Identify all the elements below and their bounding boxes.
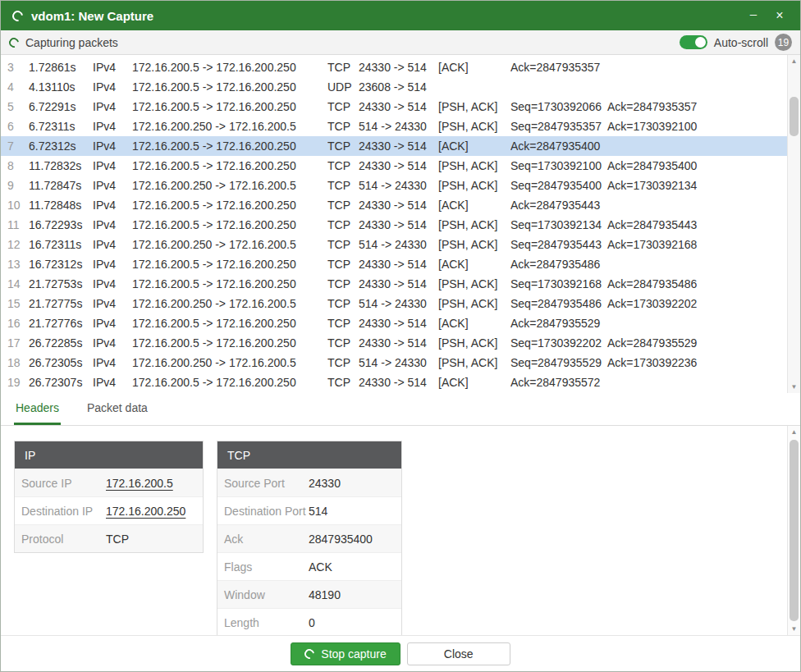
packet-cell-ports: 514 -> 24330 (359, 120, 438, 133)
headers-panel: IP Source IP172.16.200.5Destination IP17… (1, 426, 787, 635)
detail-scroll-thumb[interactable] (790, 440, 799, 621)
packet-cell-proto: TCP (327, 100, 359, 113)
packet-cell-flags: [PSH, ACK] (438, 297, 510, 310)
detail-row-label: Source Port (224, 477, 309, 490)
packet-cell-route: 172.16.200.5 -> 172.16.200.250 (132, 317, 327, 330)
packet-cell-info: Ack=2847935486 (510, 258, 787, 271)
packet-cell-num: 4 (1, 80, 29, 94)
packet-cell-proto: TCP (327, 258, 359, 271)
scroll-thumb[interactable] (790, 97, 799, 136)
packet-cell-ports: 24330 -> 514 (359, 199, 438, 212)
packet-cell-proto: TCP (327, 297, 359, 310)
detail-scroll-up-icon[interactable]: ▲ (788, 426, 800, 438)
packet-row[interactable]: 66.72311sIPv4172.16.200.250 -> 172.16.20… (1, 117, 787, 136)
detail-row: Source Port24330 (217, 469, 401, 496)
minimize-icon[interactable]: – (744, 7, 762, 21)
packet-cell-time: 6.72311s (29, 120, 93, 133)
detail-row-label: Source IP (21, 477, 106, 490)
detail-row-value: 514 (309, 505, 327, 518)
autoscroll-toggle[interactable] (680, 35, 707, 49)
packet-cell-family: IPv4 (93, 179, 132, 192)
detail-scroll-down-icon[interactable]: ▼ (788, 623, 800, 635)
packet-cell-route: 172.16.200.250 -> 172.16.200.5 (132, 238, 327, 251)
packet-cell-ports: 514 -> 24330 (359, 297, 438, 310)
packet-cell-family: IPv4 (93, 356, 132, 369)
packet-cell-family: IPv4 (93, 336, 132, 350)
detail-row-label: Window (224, 588, 309, 601)
packet-list-scrollbar[interactable]: ▲ ▼ (787, 55, 800, 393)
packet-cell-info: Ack=2847935443 (510, 199, 787, 212)
close-icon[interactable]: × (771, 8, 789, 23)
close-button[interactable]: Close (407, 642, 510, 665)
packet-row[interactable]: 76.72312sIPv4172.16.200.5 -> 172.16.200.… (1, 136, 787, 156)
packet-row[interactable]: 1521.72775sIPv4172.16.200.250 -> 172.16.… (1, 294, 787, 313)
packet-cell-time: 16.72311s (29, 238, 93, 251)
packet-cell-time: 21.72753s (29, 277, 93, 290)
detail-scrollbar[interactable]: ▲ ▼ (787, 426, 800, 635)
packet-cell-time: 21.72775s (29, 297, 93, 310)
packet-cell-info: Seq=1730392134 Ack=2847935443 (510, 218, 787, 231)
status-text: Capturing packets (25, 36, 118, 49)
packet-cell-route: 172.16.200.5 -> 172.16.200.250 (132, 277, 327, 290)
packet-row[interactable]: 1826.72305sIPv4172.16.200.250 -> 172.16.… (1, 353, 787, 373)
packet-cell-time: 21.72776s (29, 317, 93, 330)
footer-bar: Stop capture Close (1, 635, 800, 671)
packet-cell-proto: TCP (327, 376, 359, 389)
packet-cell-proto: TCP (327, 238, 359, 251)
status-spinner-icon (7, 35, 21, 49)
packet-cell-time: 11.72832s (29, 159, 93, 172)
packet-row[interactable]: 56.72291sIPv4172.16.200.5 -> 172.16.200.… (1, 97, 787, 117)
packet-row[interactable]: 1726.72285sIPv4172.16.200.5 -> 172.16.20… (1, 333, 787, 353)
packet-cell-family: IPv4 (93, 80, 132, 94)
packet-cell-info: Ack=2847935357 (510, 61, 787, 74)
packet-row[interactable]: 1316.72312sIPv4172.16.200.5 -> 172.16.20… (1, 254, 787, 274)
packet-cell-flags: [PSH, ACK] (438, 100, 510, 113)
packet-cell-flags: [PSH, ACK] (438, 238, 510, 251)
packet-cell-proto: TCP (327, 159, 359, 172)
detail-row-value: 2847935400 (309, 533, 373, 546)
packet-cell-proto: TCP (327, 199, 359, 212)
detail-row-value: 24330 (309, 477, 341, 490)
packet-cell-info: Seq=1730392100 Ack=2847935400 (510, 159, 787, 172)
packet-cell-ports: 24330 -> 514 (359, 61, 438, 74)
packet-cell-time: 6.72291s (29, 100, 93, 113)
packet-cell-info: Seq=2847935400 Ack=1730392134 (510, 179, 787, 192)
tab-headers[interactable]: Headers (14, 393, 61, 425)
packet-row[interactable]: 811.72832sIPv4172.16.200.5 -> 172.16.200… (1, 156, 787, 176)
close-button-label: Close (444, 647, 474, 661)
packet-cell-route: 172.16.200.5 -> 172.16.200.250 (132, 258, 327, 271)
packet-row[interactable]: 1926.72307sIPv4172.16.200.5 -> 172.16.20… (1, 373, 787, 392)
scroll-down-icon[interactable]: ▼ (788, 381, 800, 393)
packet-row[interactable]: 44.13110sIPv4172.16.200.5 -> 172.16.200.… (1, 77, 787, 97)
detail-row-value-link[interactable]: 172.16.200.5 (106, 477, 173, 490)
packet-cell-flags: [PSH, ACK] (438, 218, 510, 231)
ip-header-table: IP Source IP172.16.200.5Destination IP17… (14, 441, 204, 553)
packet-cell-route: 172.16.200.5 -> 172.16.200.250 (132, 159, 327, 172)
detail-scroll-track[interactable] (788, 438, 800, 623)
packet-cell-family: IPv4 (93, 199, 132, 212)
packet-row[interactable]: 1216.72311sIPv4172.16.200.250 -> 172.16.… (1, 235, 787, 254)
packet-row[interactable]: 1421.72753sIPv4172.16.200.5 -> 172.16.20… (1, 274, 787, 294)
packet-cell-proto: TCP (327, 61, 359, 74)
packet-cell-num: 8 (1, 159, 29, 172)
packet-cell-num: 17 (1, 336, 29, 350)
stop-spinner-icon (303, 647, 317, 661)
packet-cell-family: IPv4 (93, 218, 132, 231)
stop-capture-button[interactable]: Stop capture (291, 642, 400, 665)
packet-row[interactable]: 1011.72848sIPv4172.16.200.5 -> 172.16.20… (1, 195, 787, 215)
packet-cell-num: 3 (1, 61, 29, 74)
scroll-up-icon[interactable]: ▲ (788, 55, 800, 67)
packet-cell-ports: 24330 -> 514 (359, 139, 438, 153)
scroll-track[interactable] (788, 67, 800, 381)
packet-cell-ports: 514 -> 24330 (359, 238, 438, 251)
packet-list: 31.72861sIPv4172.16.200.5 -> 172.16.200.… (1, 55, 787, 393)
tab-packet-data[interactable]: Packet data (85, 393, 149, 425)
packet-cell-flags: [ACK] (438, 258, 510, 271)
packet-row[interactable]: 31.72861sIPv4172.16.200.5 -> 172.16.200.… (1, 57, 787, 77)
packet-row[interactable]: 1116.72293sIPv4172.16.200.5 -> 172.16.20… (1, 215, 787, 235)
packet-cell-flags: [ACK] (438, 139, 510, 153)
detail-row-value-link[interactable]: 172.16.200.250 (106, 505, 185, 518)
packet-row[interactable]: 1621.72776sIPv4172.16.200.5 -> 172.16.20… (1, 313, 787, 333)
packet-row[interactable]: 911.72847sIPv4172.16.200.250 -> 172.16.2… (1, 176, 787, 195)
packet-cell-family: IPv4 (93, 376, 132, 389)
